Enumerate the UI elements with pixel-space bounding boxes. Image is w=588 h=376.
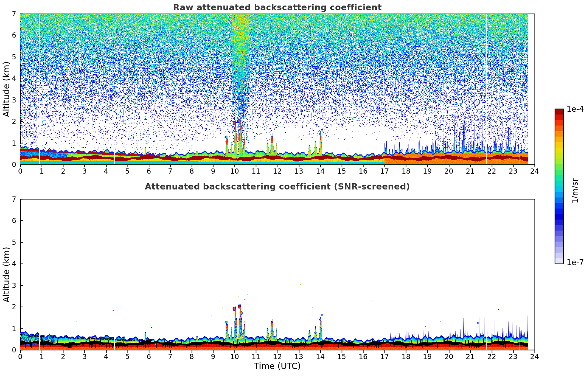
y-tick-label: 2 xyxy=(2,117,16,125)
x-tick-label: 3 xyxy=(76,167,93,175)
x-tick-label: 3 xyxy=(76,352,93,361)
x-tick-label: 7 xyxy=(161,167,179,175)
x-tick-label: 14 xyxy=(312,352,329,361)
x-tick-label: 10 xyxy=(226,167,243,175)
x-tick-label: 19 xyxy=(418,167,436,175)
x-tick-label: 7 xyxy=(161,352,179,361)
y-tick-label: 3 xyxy=(2,96,16,104)
y-tick-label: 6 xyxy=(2,216,16,224)
y-tick-label: 7 xyxy=(2,10,16,18)
x-tick-label: 13 xyxy=(290,167,308,175)
x-tick-label: 19 xyxy=(418,352,436,361)
x-tick-label: 10 xyxy=(226,352,243,361)
x-tick-label: 23 xyxy=(504,352,522,361)
x-tick-label: 1 xyxy=(33,167,51,175)
x-tick-label: 6 xyxy=(140,167,158,175)
x-tick-label: 9 xyxy=(204,167,222,175)
x-tick-label: 24 xyxy=(526,352,543,361)
x-tick-label: 14 xyxy=(312,167,329,175)
raw-heatmap-canvas xyxy=(20,14,535,164)
y-tick-label: 5 xyxy=(2,53,16,61)
x-tick-label: 20 xyxy=(440,167,458,175)
y-tick-label: 7 xyxy=(2,195,16,203)
x-tick-label: 11 xyxy=(247,167,265,175)
y-tick-label: 3 xyxy=(2,281,16,289)
x-tick-label: 6 xyxy=(140,352,158,361)
y-tick-label: 1 xyxy=(2,139,16,147)
x-tick-label: 9 xyxy=(204,352,222,361)
y-tick-label: 0 xyxy=(2,160,16,168)
x-tick-label: 15 xyxy=(333,352,351,361)
x-tick-label: 8 xyxy=(183,352,201,361)
x-axis-label: Time (UTC) xyxy=(20,361,535,371)
x-tick-label: 17 xyxy=(376,352,393,361)
x-tick-label: 4 xyxy=(97,167,115,175)
x-tick-label: 17 xyxy=(376,167,393,175)
x-tick-label: 15 xyxy=(333,167,351,175)
colorbar-max-label: 1e-4 xyxy=(567,105,584,113)
x-tick-label: 13 xyxy=(290,352,308,361)
y-tick-label: 4 xyxy=(2,260,16,268)
y-axis-label-bottom: Altitude (km) xyxy=(1,247,11,303)
x-tick-label: 24 xyxy=(526,167,543,175)
y-tick-label: 2 xyxy=(2,303,16,311)
x-tick-label: 11 xyxy=(247,352,265,361)
y-axis-label-top: Altitude (km) xyxy=(1,62,11,117)
x-tick-label: 5 xyxy=(119,167,136,175)
x-tick-label: 21 xyxy=(462,352,479,361)
x-tick-label: 18 xyxy=(397,352,415,361)
y-tick-label: 0 xyxy=(2,346,16,354)
panel1-title: Raw attenuated backscattering coefficien… xyxy=(20,2,535,13)
x-tick-label: 2 xyxy=(54,352,72,361)
x-tick-label: 22 xyxy=(483,167,501,175)
x-tick-label: 23 xyxy=(504,167,522,175)
x-tick-label: 5 xyxy=(119,352,136,361)
x-tick-label: 22 xyxy=(483,352,501,361)
x-tick-label: 18 xyxy=(397,167,415,175)
colorbar-unit-label: 1/m/sr xyxy=(571,178,580,203)
colorbar-min-label: 1e-7 xyxy=(567,258,584,267)
x-tick-label: 12 xyxy=(269,167,286,175)
x-tick-label: 4 xyxy=(97,352,115,361)
figure: Raw attenuated backscattering coefficien… xyxy=(0,0,588,376)
x-tick-label: 2 xyxy=(54,167,72,175)
y-tick-label: 5 xyxy=(2,238,16,246)
y-tick-label: 6 xyxy=(2,31,16,39)
screened-heatmap-canvas xyxy=(20,199,535,350)
x-tick-label: 12 xyxy=(269,352,286,361)
x-tick-label: 1 xyxy=(33,352,51,361)
x-tick-label: 8 xyxy=(183,167,201,175)
y-tick-label: 1 xyxy=(2,324,16,333)
x-tick-label: 16 xyxy=(354,167,372,175)
x-tick-label: 21 xyxy=(462,167,479,175)
x-tick-label: 16 xyxy=(354,352,372,361)
x-tick-label: 20 xyxy=(440,352,458,361)
y-tick-label: 4 xyxy=(2,74,16,82)
panel2-title: Attenuated backscattering coefficient (S… xyxy=(20,181,535,192)
